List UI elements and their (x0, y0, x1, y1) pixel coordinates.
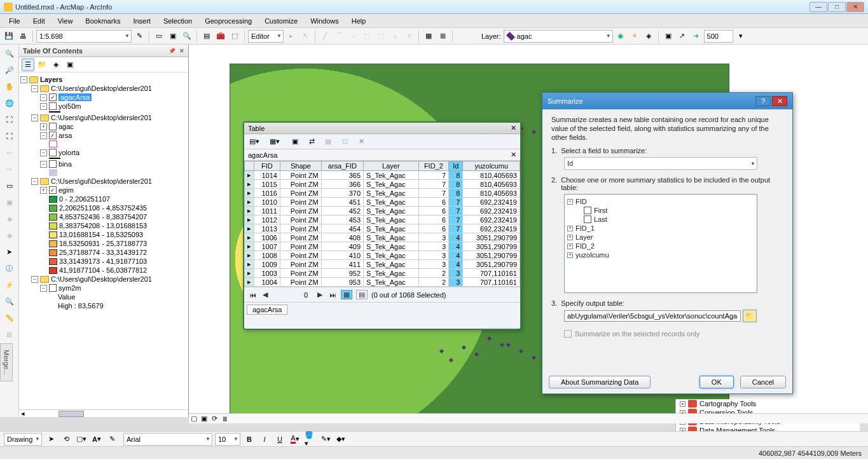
tree-row[interactable]: 25,37188774 - 33,31439172 (20, 248, 187, 257)
tree-row[interactable]: 8,383754208 - 13,01688153 (20, 221, 187, 230)
tree-row[interactable]: 18,53250931 - 25,37188773 (20, 239, 187, 248)
marker-color-icon[interactable]: ◆▾ (334, 433, 347, 446)
fill-color-icon[interactable]: 🪣▾ (304, 433, 317, 446)
pause-icon[interactable]: ⏸ (219, 414, 230, 423)
font-combo[interactable]: Arial▼ (123, 433, 212, 446)
save-icon[interactable]: 💾 (3, 30, 15, 43)
layer-combo[interactable]: agac▼ (504, 30, 613, 43)
table-icon[interactable]: ▤ (200, 30, 213, 43)
tree-item[interactable]: +FID_2 (567, 242, 754, 250)
merge-side-tab[interactable]: Merge... (0, 343, 13, 381)
underline-icon[interactable]: U (273, 433, 286, 446)
summarize-field-combo[interactable]: Id▼ (564, 157, 757, 170)
tool3-icon[interactable]: ◈ (642, 30, 655, 43)
refresh-icon[interactable]: ⟳ (209, 414, 219, 423)
italic-icon[interactable]: I (258, 433, 271, 446)
sketch5-icon[interactable]: ⬚ (375, 30, 387, 43)
zoom-out-icon[interactable]: 🔎 (3, 64, 16, 76)
dialog-help-icon[interactable]: ? (755, 96, 771, 106)
toc-selection-icon[interactable]: ▣ (64, 58, 76, 71)
tree-row[interactable]: − Layers (20, 75, 187, 84)
tree-row[interactable]: + egim (20, 186, 187, 195)
sketch-prop-icon[interactable]: ⊞ (436, 30, 449, 43)
data-view-icon[interactable]: ▢ (189, 414, 199, 423)
fixed-zoom-out-icon[interactable]: ⛶ (3, 130, 16, 142)
zoom-sel-icon[interactable]: ⊡ (338, 135, 351, 148)
go-icon[interactable]: ➜ (690, 30, 703, 43)
sketch1-icon[interactable]: ╱ (319, 30, 331, 43)
unknown2-icon[interactable]: ◈ (3, 229, 16, 242)
fixed-zoom-in-icon[interactable]: ⛶ (3, 113, 16, 126)
stats-field-tree[interactable]: −FID First Last +FID_1+Layer+FID_2+yuzol… (564, 194, 757, 293)
draw-shape-icon[interactable]: ▢▾ (75, 433, 88, 446)
toc-close-icon[interactable]: ✕ (179, 48, 184, 54)
misc-icon[interactable]: ⊞ (3, 328, 16, 341)
toc-drawing-order-icon[interactable]: ☰ (22, 58, 34, 71)
menu-geoprocessing[interactable]: Geoprocessing (198, 16, 258, 26)
menu-bookmarks[interactable]: Bookmarks (79, 16, 127, 26)
minimize-button[interactable]: — (809, 2, 827, 12)
sketch6-icon[interactable]: ⟐ (389, 30, 401, 43)
toolbox-icon[interactable]: 🧰 (214, 30, 227, 43)
tree-row[interactable]: 41,91877104 - 56,03877812 (20, 266, 187, 275)
tree-row[interactable]: High : 83,5679 (20, 301, 187, 310)
tree-row[interactable]: − C:\Users\gul\Desktop\dersler201 (20, 84, 187, 93)
tree-item[interactable]: +yuzolcumu (567, 250, 754, 259)
tree-row[interactable]: 2,206251108 - 4,853752435 (20, 203, 187, 212)
dialog-titlebar[interactable]: Summarize ? ✕ (542, 93, 792, 109)
python-icon[interactable]: ⬚ (228, 30, 241, 43)
menu-file[interactable]: File (3, 16, 27, 26)
tree-row[interactable]: − agacArsa (20, 93, 187, 102)
scale-combo[interactable]: 1:5.698▼ (36, 30, 132, 43)
switch-select-icon[interactable]: ⇄ (305, 135, 318, 148)
tree-row[interactable]: Value (20, 292, 187, 301)
tree-row[interactable]: 13,01688154 - 18,5325093 (20, 230, 187, 239)
select-all-icon[interactable]: ▦ (322, 135, 334, 148)
tree-row[interactable]: − yol50m (20, 102, 187, 111)
draw-edit-icon[interactable]: ✎ (106, 433, 118, 446)
toc-hscrollbar[interactable]: ◂ (19, 409, 188, 417)
menu-customize[interactable]: Customize (258, 16, 304, 26)
output-table-input[interactable] (564, 310, 741, 322)
line-color-icon[interactable]: ✎▾ (319, 433, 332, 446)
unknown1-icon[interactable]: ◈ (3, 212, 16, 225)
select-icon[interactable]: ▭ (3, 179, 16, 192)
delete-sel-icon[interactable]: ✕ (355, 135, 368, 148)
tool-icon[interactable]: ✎ (133, 30, 146, 43)
drawing-menu[interactable]: Drawing▼ (4, 433, 42, 446)
tree-row[interactable]: − arsa (20, 131, 187, 140)
toolbox-item[interactable]: +Cartography Tools (676, 399, 860, 408)
tree-row[interactable]: 33,31439173 - 41,91877103 (20, 257, 187, 266)
measure-icon[interactable]: 📏 (3, 312, 16, 324)
table-sub-close-icon[interactable]: ✕ (511, 151, 516, 159)
attribute-table-window[interactable]: Table ✕ ▤▾ ▦▾ ▣ ⇄ ▦ ⊡ ✕ agacArsa ✕ FIDSh… (243, 121, 521, 330)
show-selected-icon[interactable]: ▤ (356, 290, 368, 299)
table-tab[interactable]: agacArsa (247, 305, 287, 315)
nav-last-icon[interactable]: ⏭ (328, 291, 337, 299)
edit-pt-icon[interactable]: ↖ (299, 30, 312, 43)
last-checkbox[interactable] (584, 216, 591, 223)
select-by-attr-icon[interactable]: ▣ (289, 135, 301, 148)
print-icon[interactable]: 🖶 (17, 30, 29, 43)
menu-edit[interactable]: Edit (27, 16, 52, 26)
table-close-icon[interactable]: ✕ (511, 124, 516, 132)
prev-extent-icon[interactable]: ⇦ (3, 146, 16, 159)
collapse-icon[interactable]: − (567, 199, 573, 205)
tree-row[interactable]: + agac (20, 122, 187, 131)
tree-row[interactable]: 0 - 2,206251107 (20, 195, 187, 203)
summarize-dialog[interactable]: Summarize ? ✕ Summarize creates a new ta… (542, 92, 793, 394)
hyperlink-icon[interactable]: ⚡ (3, 278, 16, 291)
draw-pointer-icon[interactable]: ➤ (45, 433, 57, 446)
sketch2-icon[interactable]: ⌒ (333, 30, 345, 43)
nav-next-icon[interactable]: ▶ (315, 291, 324, 299)
editor-menu[interactable]: Editor▼ (248, 30, 284, 43)
bold-icon[interactable]: B (243, 433, 256, 446)
show-all-icon[interactable]: ▦ (341, 290, 352, 299)
related-tables-icon[interactable]: ▦▾ (268, 135, 281, 148)
table-options-icon[interactable]: ▤▾ (248, 135, 261, 148)
attr-icon[interactable]: ▦ (422, 30, 435, 43)
tool4-icon[interactable]: ▣ (662, 30, 675, 43)
first-checkbox[interactable] (584, 207, 591, 214)
toc-visibility-icon[interactable]: ◈ (50, 58, 62, 71)
tree-row[interactable] (20, 168, 187, 177)
